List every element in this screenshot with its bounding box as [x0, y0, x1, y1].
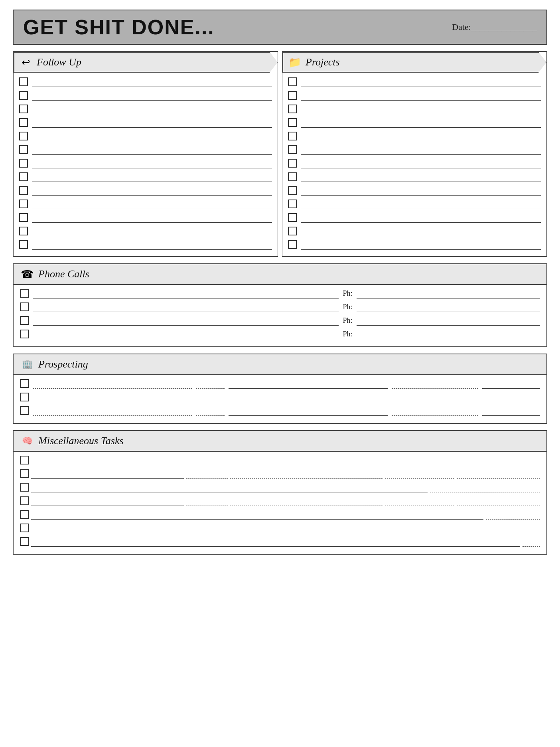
checkbox[interactable]	[20, 302, 29, 311]
list-item	[18, 496, 542, 507]
follow-up-section: ↩ Follow Up	[13, 51, 278, 257]
line	[301, 174, 541, 182]
checkbox[interactable]	[288, 145, 297, 154]
checkbox[interactable]	[19, 172, 28, 181]
prospecting-label: Prospecting	[38, 358, 88, 370]
prospecting-section: 🏢 Prospecting	[13, 354, 547, 424]
ph-label: Ph:	[343, 330, 352, 339]
checkbox[interactable]	[288, 132, 297, 140]
list-item	[286, 117, 542, 128]
line	[32, 133, 272, 141]
checkbox[interactable]	[288, 213, 297, 222]
line	[301, 133, 541, 141]
checkbox[interactable]	[288, 118, 297, 127]
list-item	[286, 77, 542, 88]
checkbox[interactable]	[19, 91, 28, 100]
list-item	[18, 405, 542, 417]
list-item	[18, 77, 274, 88]
checkbox[interactable]	[19, 240, 28, 249]
checkbox[interactable]	[20, 330, 29, 338]
solid-line	[229, 381, 388, 389]
checkbox[interactable]	[19, 159, 28, 168]
line	[301, 120, 541, 128]
phone-icon: ☎	[20, 268, 34, 281]
checkbox[interactable]	[20, 496, 29, 505]
checkbox[interactable]	[20, 456, 29, 464]
checkbox[interactable]	[20, 524, 29, 532]
list-item	[18, 536, 542, 547]
checkbox[interactable]	[288, 227, 297, 235]
misc-header: 🧠 Miscellaneous Tasks	[14, 431, 546, 452]
name-line	[33, 304, 339, 312]
gap-line	[196, 381, 225, 389]
projects-rows	[282, 75, 546, 256]
checkbox[interactable]	[19, 105, 28, 113]
list-item	[18, 482, 542, 493]
end-line	[482, 381, 540, 389]
prospecting-header: 🏢 Prospecting	[14, 354, 546, 375]
checkbox[interactable]	[19, 213, 28, 222]
ph-label: Ph:	[343, 303, 352, 312]
gap-line	[196, 394, 225, 402]
projects-label: Projects	[306, 56, 340, 68]
line	[32, 147, 272, 155]
solid-line	[229, 394, 388, 402]
list-item	[286, 212, 542, 223]
line	[301, 93, 541, 101]
line	[32, 106, 272, 114]
checkbox[interactable]	[19, 200, 28, 208]
solid-line	[229, 408, 388, 416]
checkbox[interactable]	[19, 145, 28, 154]
checkbox[interactable]	[20, 483, 29, 492]
line	[301, 160, 541, 168]
checkbox[interactable]	[19, 77, 28, 86]
checkbox[interactable]	[19, 186, 28, 195]
projects-icon: 📁	[288, 56, 302, 69]
checkbox[interactable]	[19, 132, 28, 140]
list-item	[286, 104, 542, 115]
checkbox[interactable]	[20, 406, 29, 415]
checkbox[interactable]	[20, 289, 29, 298]
list-item	[286, 185, 542, 196]
list-item	[18, 523, 542, 534]
name-line	[33, 318, 339, 326]
line	[301, 201, 541, 209]
list-item	[18, 90, 274, 101]
checkbox[interactable]	[20, 393, 29, 401]
checkbox[interactable]	[288, 240, 297, 249]
name-line	[33, 290, 339, 298]
list-item	[286, 158, 542, 169]
checkbox[interactable]	[20, 537, 29, 546]
gap-line	[196, 408, 225, 416]
list-item	[18, 509, 542, 520]
checkbox[interactable]	[288, 159, 297, 168]
checkbox[interactable]	[288, 105, 297, 113]
checkbox[interactable]	[288, 91, 297, 100]
checkbox[interactable]	[20, 379, 29, 388]
checkbox[interactable]	[19, 227, 28, 235]
list-item	[18, 185, 274, 196]
list-item	[286, 131, 542, 142]
dashed-line	[33, 394, 192, 402]
checkbox[interactable]	[20, 510, 29, 519]
list-item	[18, 212, 274, 223]
line	[301, 228, 541, 236]
follow-up-header: ↩ Follow Up	[14, 52, 278, 73]
line	[301, 215, 541, 223]
checkbox[interactable]	[288, 77, 297, 86]
line	[32, 160, 272, 168]
checkbox[interactable]	[288, 186, 297, 195]
line	[32, 93, 272, 101]
end-line	[482, 408, 540, 416]
list-item	[18, 117, 274, 128]
phone-line	[357, 331, 540, 339]
date-field: Date:_______________	[452, 22, 537, 32]
line	[32, 79, 272, 87]
checkbox[interactable]	[20, 469, 29, 478]
list-item	[18, 144, 274, 156]
checkbox[interactable]	[288, 200, 297, 208]
checkbox[interactable]	[20, 316, 29, 325]
list-item	[18, 226, 274, 237]
checkbox[interactable]	[288, 172, 297, 181]
checkbox[interactable]	[19, 118, 28, 127]
